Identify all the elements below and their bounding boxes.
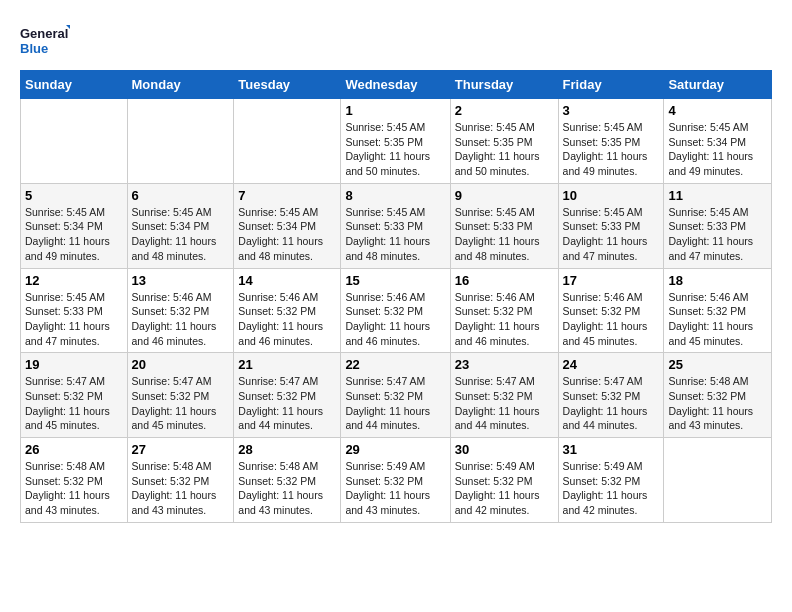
day-info: Sunrise: 5:48 AM Sunset: 5:32 PM Dayligh… (668, 374, 767, 433)
empty-cell (21, 99, 128, 184)
day-info: Sunrise: 5:48 AM Sunset: 5:32 PM Dayligh… (25, 459, 123, 518)
calendar-day-18: 18Sunrise: 5:46 AM Sunset: 5:32 PM Dayli… (664, 268, 772, 353)
calendar-day-23: 23Sunrise: 5:47 AM Sunset: 5:32 PM Dayli… (450, 353, 558, 438)
calendar-day-15: 15Sunrise: 5:46 AM Sunset: 5:32 PM Dayli… (341, 268, 450, 353)
day-number: 15 (345, 273, 445, 288)
calendar-day-12: 12Sunrise: 5:45 AM Sunset: 5:33 PM Dayli… (21, 268, 128, 353)
calendar-day-26: 26Sunrise: 5:48 AM Sunset: 5:32 PM Dayli… (21, 438, 128, 523)
day-number: 16 (455, 273, 554, 288)
day-info: Sunrise: 5:47 AM Sunset: 5:32 PM Dayligh… (238, 374, 336, 433)
calendar-day-10: 10Sunrise: 5:45 AM Sunset: 5:33 PM Dayli… (558, 183, 664, 268)
weekday-header-monday: Monday (127, 71, 234, 99)
day-number: 13 (132, 273, 230, 288)
calendar-week-2: 5Sunrise: 5:45 AM Sunset: 5:34 PM Daylig… (21, 183, 772, 268)
weekday-header-sunday: Sunday (21, 71, 128, 99)
calendar-day-2: 2Sunrise: 5:45 AM Sunset: 5:35 PM Daylig… (450, 99, 558, 184)
day-info: Sunrise: 5:46 AM Sunset: 5:32 PM Dayligh… (668, 290, 767, 349)
calendar-day-4: 4Sunrise: 5:45 AM Sunset: 5:34 PM Daylig… (664, 99, 772, 184)
day-info: Sunrise: 5:45 AM Sunset: 5:34 PM Dayligh… (132, 205, 230, 264)
calendar-day-17: 17Sunrise: 5:46 AM Sunset: 5:32 PM Dayli… (558, 268, 664, 353)
empty-cell (127, 99, 234, 184)
calendar-day-30: 30Sunrise: 5:49 AM Sunset: 5:32 PM Dayli… (450, 438, 558, 523)
calendar-day-9: 9Sunrise: 5:45 AM Sunset: 5:33 PM Daylig… (450, 183, 558, 268)
day-info: Sunrise: 5:45 AM Sunset: 5:34 PM Dayligh… (25, 205, 123, 264)
day-info: Sunrise: 5:49 AM Sunset: 5:32 PM Dayligh… (563, 459, 660, 518)
weekday-header-saturday: Saturday (664, 71, 772, 99)
day-number: 1 (345, 103, 445, 118)
day-info: Sunrise: 5:45 AM Sunset: 5:35 PM Dayligh… (455, 120, 554, 179)
day-info: Sunrise: 5:46 AM Sunset: 5:32 PM Dayligh… (345, 290, 445, 349)
calendar-day-8: 8Sunrise: 5:45 AM Sunset: 5:33 PM Daylig… (341, 183, 450, 268)
day-info: Sunrise: 5:46 AM Sunset: 5:32 PM Dayligh… (563, 290, 660, 349)
svg-text:Blue: Blue (20, 41, 48, 56)
day-info: Sunrise: 5:48 AM Sunset: 5:32 PM Dayligh… (132, 459, 230, 518)
calendar-day-13: 13Sunrise: 5:46 AM Sunset: 5:32 PM Dayli… (127, 268, 234, 353)
day-info: Sunrise: 5:45 AM Sunset: 5:33 PM Dayligh… (668, 205, 767, 264)
day-number: 2 (455, 103, 554, 118)
calendar-week-5: 26Sunrise: 5:48 AM Sunset: 5:32 PM Dayli… (21, 438, 772, 523)
day-info: Sunrise: 5:47 AM Sunset: 5:32 PM Dayligh… (25, 374, 123, 433)
day-info: Sunrise: 5:45 AM Sunset: 5:33 PM Dayligh… (345, 205, 445, 264)
logo: General Blue (20, 20, 70, 60)
calendar-table: SundayMondayTuesdayWednesdayThursdayFrid… (20, 70, 772, 523)
weekday-header-thursday: Thursday (450, 71, 558, 99)
calendar-week-1: 1Sunrise: 5:45 AM Sunset: 5:35 PM Daylig… (21, 99, 772, 184)
calendar-day-6: 6Sunrise: 5:45 AM Sunset: 5:34 PM Daylig… (127, 183, 234, 268)
day-number: 12 (25, 273, 123, 288)
day-info: Sunrise: 5:45 AM Sunset: 5:34 PM Dayligh… (668, 120, 767, 179)
day-number: 14 (238, 273, 336, 288)
day-number: 30 (455, 442, 554, 457)
day-number: 22 (345, 357, 445, 372)
day-info: Sunrise: 5:47 AM Sunset: 5:32 PM Dayligh… (345, 374, 445, 433)
day-number: 5 (25, 188, 123, 203)
day-number: 7 (238, 188, 336, 203)
day-info: Sunrise: 5:45 AM Sunset: 5:33 PM Dayligh… (563, 205, 660, 264)
day-info: Sunrise: 5:46 AM Sunset: 5:32 PM Dayligh… (132, 290, 230, 349)
calendar-day-11: 11Sunrise: 5:45 AM Sunset: 5:33 PM Dayli… (664, 183, 772, 268)
calendar-day-14: 14Sunrise: 5:46 AM Sunset: 5:32 PM Dayli… (234, 268, 341, 353)
day-number: 9 (455, 188, 554, 203)
day-number: 27 (132, 442, 230, 457)
day-info: Sunrise: 5:45 AM Sunset: 5:33 PM Dayligh… (25, 290, 123, 349)
calendar-day-5: 5Sunrise: 5:45 AM Sunset: 5:34 PM Daylig… (21, 183, 128, 268)
calendar-day-27: 27Sunrise: 5:48 AM Sunset: 5:32 PM Dayli… (127, 438, 234, 523)
calendar-day-28: 28Sunrise: 5:48 AM Sunset: 5:32 PM Dayli… (234, 438, 341, 523)
day-number: 20 (132, 357, 230, 372)
calendar-day-16: 16Sunrise: 5:46 AM Sunset: 5:32 PM Dayli… (450, 268, 558, 353)
day-number: 6 (132, 188, 230, 203)
day-info: Sunrise: 5:45 AM Sunset: 5:35 PM Dayligh… (345, 120, 445, 179)
day-info: Sunrise: 5:47 AM Sunset: 5:32 PM Dayligh… (563, 374, 660, 433)
calendar-day-3: 3Sunrise: 5:45 AM Sunset: 5:35 PM Daylig… (558, 99, 664, 184)
calendar-day-29: 29Sunrise: 5:49 AM Sunset: 5:32 PM Dayli… (341, 438, 450, 523)
weekday-header-friday: Friday (558, 71, 664, 99)
calendar-day-31: 31Sunrise: 5:49 AM Sunset: 5:32 PM Dayli… (558, 438, 664, 523)
calendar-day-7: 7Sunrise: 5:45 AM Sunset: 5:34 PM Daylig… (234, 183, 341, 268)
logo-svg: General Blue (20, 20, 70, 60)
day-number: 10 (563, 188, 660, 203)
day-number: 4 (668, 103, 767, 118)
day-info: Sunrise: 5:45 AM Sunset: 5:33 PM Dayligh… (455, 205, 554, 264)
calendar-day-1: 1Sunrise: 5:45 AM Sunset: 5:35 PM Daylig… (341, 99, 450, 184)
calendar-header-row: SundayMondayTuesdayWednesdayThursdayFrid… (21, 71, 772, 99)
day-number: 25 (668, 357, 767, 372)
day-number: 19 (25, 357, 123, 372)
calendar-day-25: 25Sunrise: 5:48 AM Sunset: 5:32 PM Dayli… (664, 353, 772, 438)
day-number: 17 (563, 273, 660, 288)
day-info: Sunrise: 5:49 AM Sunset: 5:32 PM Dayligh… (455, 459, 554, 518)
calendar-week-3: 12Sunrise: 5:45 AM Sunset: 5:33 PM Dayli… (21, 268, 772, 353)
day-number: 24 (563, 357, 660, 372)
day-info: Sunrise: 5:47 AM Sunset: 5:32 PM Dayligh… (455, 374, 554, 433)
day-number: 23 (455, 357, 554, 372)
day-number: 8 (345, 188, 445, 203)
empty-cell (234, 99, 341, 184)
day-number: 31 (563, 442, 660, 457)
day-info: Sunrise: 5:49 AM Sunset: 5:32 PM Dayligh… (345, 459, 445, 518)
day-info: Sunrise: 5:45 AM Sunset: 5:35 PM Dayligh… (563, 120, 660, 179)
day-number: 28 (238, 442, 336, 457)
calendar-day-19: 19Sunrise: 5:47 AM Sunset: 5:32 PM Dayli… (21, 353, 128, 438)
day-number: 21 (238, 357, 336, 372)
calendar-day-24: 24Sunrise: 5:47 AM Sunset: 5:32 PM Dayli… (558, 353, 664, 438)
weekday-header-tuesday: Tuesday (234, 71, 341, 99)
day-info: Sunrise: 5:46 AM Sunset: 5:32 PM Dayligh… (238, 290, 336, 349)
page-header: General Blue (20, 20, 772, 60)
